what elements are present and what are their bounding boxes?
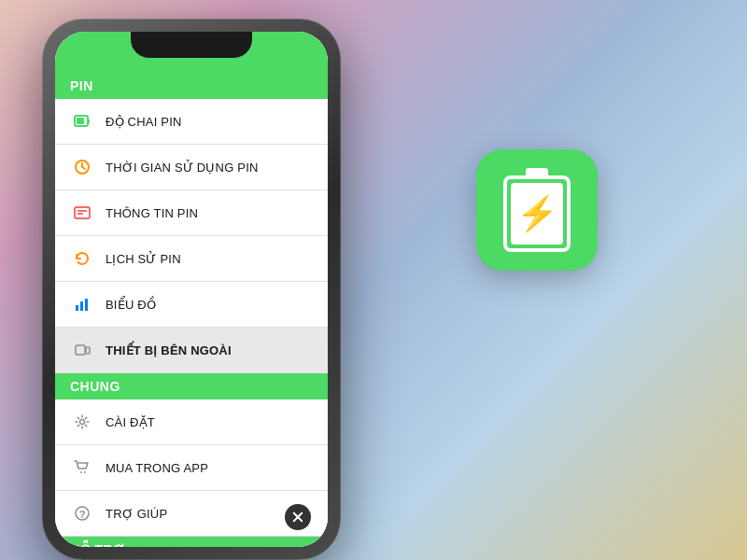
settings-icon bbox=[70, 410, 94, 434]
cart-icon bbox=[70, 455, 94, 480]
svg-rect-11 bbox=[85, 299, 88, 311]
thong-tin-label: THÔNG TIN PIN bbox=[106, 206, 198, 220]
svg-text:?: ? bbox=[79, 509, 86, 520]
svg-rect-13 bbox=[86, 347, 90, 354]
menu-item-do-chai-pin[interactable]: ĐỘ CHAI PIN bbox=[55, 99, 328, 145]
info-icon bbox=[70, 201, 94, 225]
svg-line-5 bbox=[82, 167, 85, 169]
mua-trong-app-label: MUA TRONG APP bbox=[106, 461, 208, 475]
svg-rect-6 bbox=[75, 207, 90, 218]
thoi-gian-label: THỜI GIAN SỬ DỤNG PIN bbox=[106, 161, 259, 175]
device-icon bbox=[70, 338, 94, 362]
do-chai-pin-label: ĐỘ CHAI PIN bbox=[106, 115, 182, 129]
menu-item-thoi-gian[interactable]: THỜI GIAN SỬ DỤNG PIN bbox=[55, 145, 328, 190]
menu-item-bieu-do[interactable]: BIỂU ĐỒ bbox=[55, 282, 328, 328]
svg-rect-12 bbox=[76, 345, 85, 355]
svg-rect-10 bbox=[80, 301, 83, 311]
section-chung-header: CHUNG bbox=[55, 373, 328, 399]
svg-rect-1 bbox=[88, 119, 90, 123]
phone-mockup: PIN ĐỘ CHAI PIN bbox=[42, 19, 341, 560]
menu-item-lich-su[interactable]: LỊCH SỬ PIN bbox=[55, 236, 328, 282]
battery-health-icon bbox=[70, 109, 94, 133]
chart-icon bbox=[70, 292, 94, 316]
phone-frame: PIN ĐỘ CHAI PIN bbox=[42, 19, 341, 560]
section-pin-header: PIN bbox=[55, 73, 328, 99]
svg-point-15 bbox=[80, 471, 82, 473]
thiet-bi-label: THIẾT BỊ BÊN NGOÀI bbox=[106, 343, 232, 357]
screen-content: PIN ĐỘ CHAI PIN bbox=[55, 32, 328, 547]
close-button[interactable] bbox=[285, 504, 311, 530]
svg-rect-9 bbox=[76, 305, 78, 311]
svg-point-16 bbox=[84, 471, 86, 473]
app-icon-container: ⚡ bbox=[476, 149, 598, 271]
menu-item-mua-trong-app[interactable]: MUA TRONG APP bbox=[55, 445, 328, 491]
help-icon: ? bbox=[70, 501, 94, 525]
app-icon: ⚡ bbox=[476, 149, 598, 271]
svg-rect-2 bbox=[77, 118, 84, 124]
phone-screen: PIN ĐỘ CHAI PIN bbox=[55, 32, 328, 547]
tro-giup-label: TRỢ GIÚP bbox=[106, 507, 167, 521]
lich-su-label: LỊCH SỬ PIN bbox=[106, 252, 181, 266]
menu-item-thong-tin[interactable]: THÔNG TIN PIN bbox=[55, 190, 328, 236]
cai-dat-label: CÀI ĐẶT bbox=[106, 415, 155, 429]
battery-tip bbox=[526, 168, 548, 175]
clock-icon bbox=[70, 155, 94, 179]
menu-item-cai-dat[interactable]: CÀI ĐẶT bbox=[55, 399, 328, 445]
history-icon bbox=[70, 246, 94, 271]
battery-illustration: ⚡ bbox=[503, 168, 571, 252]
phone-notch bbox=[131, 32, 252, 58]
section-ho-tro-header: HỖ TRỢ bbox=[55, 537, 328, 547]
svg-point-14 bbox=[80, 420, 85, 425]
section-ho-tro-label: HỖ TRỢ bbox=[70, 542, 126, 547]
section-pin-label: PIN bbox=[70, 78, 93, 93]
menu-item-thiet-bi[interactable]: THIẾT BỊ BÊN NGOÀI bbox=[55, 328, 328, 373]
lightning-bolt-icon: ⚡ bbox=[516, 197, 558, 231]
section-chung-label: CHUNG bbox=[70, 379, 120, 394]
menu-list: PIN ĐỘ CHAI PIN bbox=[55, 32, 328, 547]
bieu-do-label: BIỂU ĐỒ bbox=[106, 298, 156, 312]
battery-inner: ⚡ bbox=[511, 183, 563, 245]
battery-body: ⚡ bbox=[503, 175, 571, 252]
